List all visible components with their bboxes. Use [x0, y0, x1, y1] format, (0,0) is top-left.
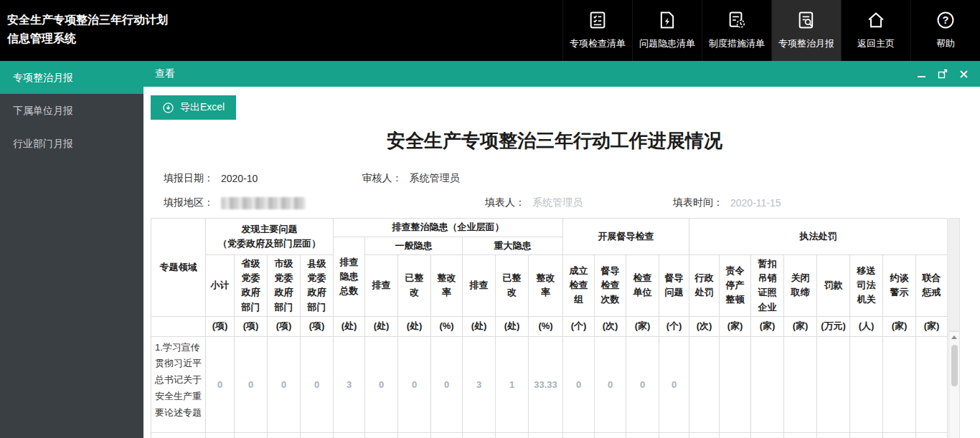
- scrollbar-filler: [948, 218, 960, 331]
- value-cell: [206, 432, 235, 438]
- nav-label: 问题隐患清单: [639, 37, 695, 50]
- scrollbar-thumb[interactable]: [951, 345, 958, 386]
- value-cell: [626, 432, 659, 438]
- app-window: 安全生产专项整治三年行动计划 信息管理系统 专项检查清单: [0, 0, 980, 438]
- value-cell: 3: [463, 336, 496, 432]
- fields-row-2: 填报地区： 填表人： 系统管理员 填表时间： 2020-11-15: [164, 196, 980, 209]
- value-cell: [817, 432, 850, 438]
- home-icon: [866, 9, 886, 31]
- export-label: 导出Excel: [180, 101, 225, 114]
- value-cell: [595, 432, 626, 438]
- svg-text:?: ?: [943, 14, 949, 26]
- nav-help[interactable]: ? 帮助: [910, 0, 980, 61]
- value-cell: [268, 432, 301, 438]
- column-header-cell: 整改 率: [431, 255, 463, 317]
- region-value-redacted: [221, 197, 306, 209]
- value-cell: [850, 336, 883, 432]
- value-cell: [916, 432, 948, 438]
- measures-doc-icon: [727, 9, 747, 31]
- scroll-up-icon[interactable]: [951, 335, 957, 339]
- unit-header-cell: (%): [431, 316, 463, 336]
- nav-return-home[interactable]: 返回主页: [841, 0, 910, 61]
- sidebar-item-industry-dept-report[interactable]: 行业部门月报: [0, 127, 143, 160]
- close-icon[interactable]: [959, 70, 969, 79]
- column-header-cell: 督导 检查 次数: [595, 255, 626, 317]
- column-header-cell: 排查整治隐患（企业层面）: [334, 219, 563, 237]
- nav-problem-hazard-list[interactable]: 问题隐患清单: [632, 0, 702, 61]
- maximize-button[interactable]: [938, 69, 948, 79]
- nav-system-measures-list[interactable]: 制度措施清单: [702, 0, 771, 61]
- value-cell: [689, 336, 720, 432]
- sidebar-item-monthly-report[interactable]: 专项整治月报: [0, 61, 143, 94]
- minimize-button[interactable]: [917, 70, 926, 79]
- value-cell: 1: [496, 336, 529, 432]
- value-cell: [784, 336, 817, 432]
- value-cell: 0: [301, 336, 334, 432]
- value-cell: [235, 432, 268, 438]
- unit-header-cell: (处): [398, 316, 431, 336]
- value-cell: [817, 336, 850, 432]
- column-header-cell: 县级 党委 政府 部门: [301, 255, 334, 317]
- app-title: 安全生产专项整治三年行动计划 信息管理系统: [0, 0, 168, 61]
- hazard-doc-icon: [657, 9, 677, 31]
- unit-header-cell: (个): [659, 316, 689, 336]
- export-excel-button[interactable]: 导出Excel: [151, 95, 236, 120]
- value-cell: [720, 336, 751, 432]
- monthly-report-search-icon: [796, 9, 816, 31]
- column-header-cell: 排查: [463, 255, 496, 317]
- report-date-value: 2020-10: [221, 173, 258, 184]
- report-title: 安全生产专项整治三年行动工作进展情况: [151, 128, 958, 153]
- fill-time-label: 填表时间：: [673, 196, 723, 209]
- unit-header-cell: (万元): [817, 316, 850, 336]
- header-row-1: 专题领域发现主要问题 （党委政府及部门层面）排查整治隐患（企业层面）开展督导检查…: [151, 219, 948, 237]
- nav-special-inspection-list[interactable]: 专项检查清单: [562, 0, 632, 61]
- value-cell: [883, 336, 916, 432]
- table-row: 1.学习宣传贯彻习近平总书记关于安全生产重要论述专题000030003133.3…: [151, 336, 948, 432]
- unit-header-cell: (项): [206, 316, 235, 336]
- value-cell: 0: [268, 336, 301, 432]
- nav-label: 返回主页: [857, 37, 895, 50]
- column-header-cell: 整改 率: [529, 255, 563, 317]
- value-cell: [398, 432, 431, 438]
- nav-monthly-report[interactable]: 专项整治月报: [771, 0, 841, 61]
- unit-header-cell: (家): [883, 316, 916, 336]
- value-cell: 0: [431, 336, 463, 432]
- vertical-scrollbar[interactable]: [948, 331, 960, 438]
- checklist-icon: [588, 9, 608, 31]
- report-table-head: 专题领域发现主要问题 （党委政府及部门层面）排查整治隐患（企业层面）开展督导检查…: [151, 219, 948, 337]
- unit-header-cell: (家): [626, 316, 659, 336]
- value-cell: [850, 432, 883, 438]
- header-row-4: (项)(项)(项)(项)(处)(处)(处)(%)(处)(处)(%)(个)(次)(…: [151, 316, 948, 336]
- value-cell: [496, 432, 529, 438]
- nav-label: 专项检查清单: [570, 37, 626, 50]
- report-date-label: 填报日期：: [164, 172, 214, 185]
- top-header: 安全生产专项整治三年行动计划 信息管理系统 专项检查清单: [0, 0, 980, 61]
- column-header-cell: 重大隐患: [463, 237, 563, 255]
- unit-header-cell: (项): [268, 316, 301, 336]
- column-header-cell: 排查 隐患 总数: [334, 237, 365, 317]
- report-table: 专题领域发现主要问题 （党委政府及部门层面）排查整治隐患（企业层面）开展督导检查…: [151, 218, 948, 438]
- value-cell: [334, 432, 365, 438]
- column-header-cell: 排查: [365, 255, 398, 317]
- value-cell: 0: [659, 336, 689, 432]
- nav-label: 制度措施清单: [709, 37, 765, 50]
- value-cell: [563, 432, 595, 438]
- value-cell: 0: [398, 336, 431, 432]
- content-area: 导出Excel 安全生产专项整治三年行动工作进展情况 填报日期： 2020-10…: [143, 87, 980, 438]
- value-cell: 0: [365, 336, 398, 432]
- value-cell: [529, 432, 563, 438]
- column-header-cell: 一般隐患: [365, 237, 463, 255]
- sidebar-item-subordinate-unit-report[interactable]: 下属单位月报: [0, 94, 143, 127]
- unit-header-cell: (次): [689, 316, 720, 336]
- fields-row-1: 填报日期： 2020-10 审核人： 系统管理员: [164, 172, 980, 185]
- column-header-cell: 发现主要问题 （党委政府及部门层面）: [206, 219, 334, 255]
- unit-header-cell: (处): [365, 316, 398, 336]
- value-cell: [365, 432, 398, 438]
- column-header-cell: 已整 改: [496, 255, 529, 317]
- filler-value: 系统管理员: [532, 196, 583, 209]
- value-cell: 33.33: [529, 336, 563, 432]
- app-title-line1: 安全生产专项整治三年行动计划: [7, 11, 168, 29]
- main-panel: 查看: [143, 61, 980, 438]
- topic-cell: 1.学习宣传贯彻习近平总书记关于安全生产重要论述专题: [151, 336, 206, 432]
- column-header-cell: 督导 问题: [659, 255, 689, 317]
